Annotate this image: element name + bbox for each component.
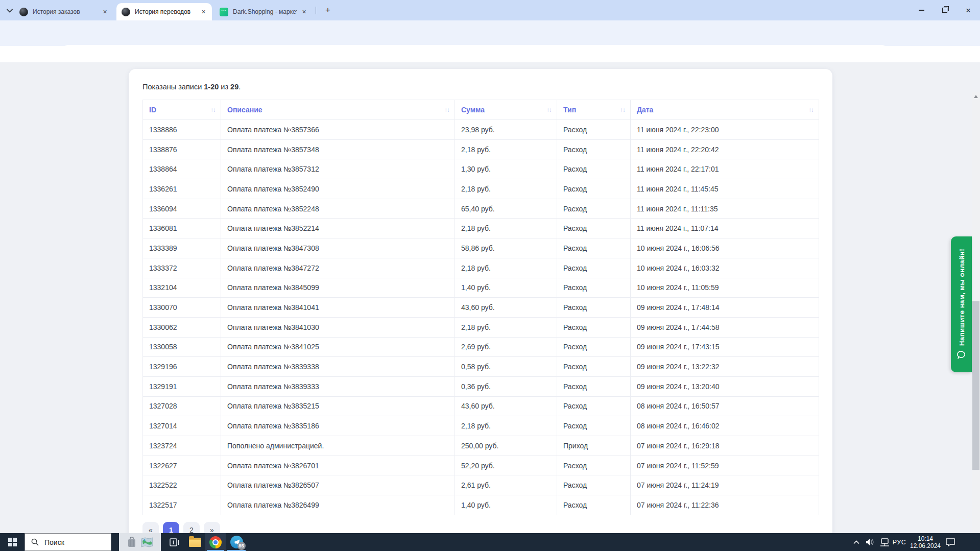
screen: История заказов История переводов Dark.S…	[0, 0, 980, 551]
table-row: 1333389Оплата платежа №384730858,86 руб.…	[143, 238, 819, 258]
cell-type: Расход	[557, 376, 631, 396]
cell-date: 11 июня 2024 г., 22:23:00	[631, 120, 819, 140]
taskbar-search-input[interactable]: Поиск	[25, 533, 111, 551]
column-label: Тип	[563, 106, 576, 114]
table-row: 1322517Оплата платежа №38264991,40 руб.Р…	[143, 495, 819, 515]
cell-amount: 0,36 руб.	[455, 376, 557, 396]
taskbar-active-app-group[interactable]	[119, 533, 161, 551]
cell-id: 1336094	[143, 199, 221, 219]
summary-prefix: Показаны записи	[142, 83, 204, 91]
chat-widget-button[interactable]: Напишите нам, мы онлайн!	[951, 236, 972, 372]
cell-amount: 2,69 руб.	[455, 337, 557, 357]
cell-date: 09 июня 2024 г., 13:20:40	[631, 376, 819, 396]
cell-type: Расход	[557, 120, 631, 140]
chevron-up-icon	[853, 540, 859, 544]
cell-description: Оплата платежа №3852490	[221, 179, 455, 199]
sort-arrows-icon[interactable]	[620, 107, 626, 113]
cell-description: Оплата платежа №3852214	[221, 219, 455, 238]
sort-arrows-icon[interactable]	[211, 107, 216, 113]
page-scrollbar[interactable]	[972, 92, 980, 551]
action-center-button[interactable]	[943, 533, 958, 551]
cell-id: 1330070	[143, 298, 221, 318]
cell-date: 08 июня 2024 г., 16:50:57	[631, 396, 819, 416]
table-row: 1323724Пополнено администрацией.250,00 р…	[143, 436, 819, 456]
volume-button[interactable]	[863, 533, 877, 551]
cell-id: 1338864	[143, 159, 221, 179]
language-indicator[interactable]: РУС	[891, 533, 908, 551]
cell-date: 09 июня 2024 г., 17:43:15	[631, 337, 819, 357]
chrome-button[interactable]	[205, 533, 226, 551]
close-icon[interactable]	[199, 8, 208, 16]
chrome-icon	[209, 536, 222, 548]
tab-order-history[interactable]: История заказов	[14, 3, 113, 20]
cell-description: Оплата платежа №3852248	[221, 199, 455, 219]
column-label: Дата	[637, 106, 653, 114]
cell-amount: 43,60 руб.	[455, 396, 557, 416]
cell-amount: 52,20 руб.	[455, 456, 557, 475]
cell-description: Пополнено администрацией.	[221, 436, 455, 456]
table-row: 1322522Оплата платежа №38265072,61 руб.Р…	[143, 475, 819, 495]
tray-show-hidden-icons[interactable]	[850, 533, 863, 551]
column-header-amount[interactable]: Сумма	[455, 100, 557, 120]
column-header-date[interactable]: Дата	[631, 100, 819, 120]
messenger-button[interactable]: 85	[226, 533, 247, 551]
cell-type: Расход	[557, 396, 631, 416]
world-map-icon	[141, 537, 153, 547]
cell-amount: 2,18 руб.	[455, 317, 557, 337]
search-icon	[31, 538, 39, 546]
cell-description: Оплата платежа №3847308	[221, 238, 455, 258]
sort-arrows-icon[interactable]	[445, 107, 450, 113]
minimize-button[interactable]	[910, 0, 933, 20]
file-explorer-button[interactable]	[185, 533, 205, 551]
window-controls: ×	[910, 0, 980, 20]
sort-arrows-icon[interactable]	[809, 107, 814, 113]
sort-arrows-icon[interactable]	[547, 107, 552, 113]
cell-id: 1327028	[143, 396, 221, 416]
cell-amount: 2,18 руб.	[455, 179, 557, 199]
column-header-type[interactable]: Тип	[557, 100, 631, 120]
restore-button[interactable]	[933, 0, 957, 20]
search-placeholder: Поиск	[44, 538, 64, 546]
network-button[interactable]	[877, 533, 892, 551]
tab-divider	[316, 7, 316, 14]
chat-widget-label: Напишите нам, мы онлайн!	[958, 249, 965, 346]
table-row: 1327014Оплата платежа №38351862,18 руб.Р…	[143, 416, 819, 436]
scrollbar-thumb[interactable]	[972, 301, 979, 470]
cell-type: Расход	[557, 495, 631, 515]
column-header-id[interactable]: ID	[143, 100, 221, 120]
cell-id: 1323724	[143, 436, 221, 456]
records-summary: Показаны записи 1-20 из 29.	[142, 83, 832, 91]
scroll-up-icon[interactable]	[974, 95, 978, 98]
summary-mid: из	[219, 83, 230, 91]
cell-description: Оплата платежа №3839333	[221, 376, 455, 396]
table-row: 1338886Оплата платежа №385736623,98 руб.…	[143, 120, 819, 140]
tab-search-button[interactable]	[4, 5, 15, 16]
table-body: 1338886Оплата платежа №385736623,98 руб.…	[143, 120, 819, 515]
close-icon[interactable]	[101, 8, 109, 16]
cell-description: Оплата платежа №3857348	[221, 139, 455, 159]
close-window-button[interactable]: ×	[957, 0, 980, 20]
tab-marketplace[interactable]: Dark.Shopping - маркетплейс	[214, 3, 313, 20]
cell-id: 1330062	[143, 317, 221, 337]
cell-date: 10 июня 2024 г., 16:03:32	[631, 258, 819, 278]
language-label: РУС	[893, 539, 906, 546]
cell-date: 11 июня 2024 г., 11:07:14	[631, 219, 819, 238]
start-button[interactable]	[0, 533, 25, 551]
column-label: Описание	[227, 106, 262, 114]
new-tab-button[interactable]	[322, 5, 334, 17]
summary-total: 29	[230, 83, 238, 91]
table-row: 1336261Оплата платежа №38524902,18 руб.Р…	[143, 179, 819, 199]
tab-transfer-history[interactable]: История переводов	[116, 3, 212, 20]
cell-amount: 2,18 руб.	[455, 139, 557, 159]
cell-type: Расход	[557, 219, 631, 238]
cell-description: Оплата платежа №3826701	[221, 456, 455, 475]
close-icon[interactable]	[300, 8, 308, 16]
cell-description: Оплата платежа №3841025	[221, 337, 455, 357]
cell-description: Оплата платежа №3841030	[221, 317, 455, 337]
cell-date: 09 июня 2024 г., 17:44:58	[631, 317, 819, 337]
task-view-button[interactable]	[164, 533, 185, 551]
clock[interactable]: 10:14 12.06.2024	[908, 533, 943, 551]
column-header-description[interactable]: Описание	[221, 100, 455, 120]
browser-toolbar: dark.shopping/customer/transfer/history	[0, 20, 980, 46]
transfer-history-card: Показаны записи 1-20 из 29. IDОписаниеСу…	[129, 69, 832, 549]
